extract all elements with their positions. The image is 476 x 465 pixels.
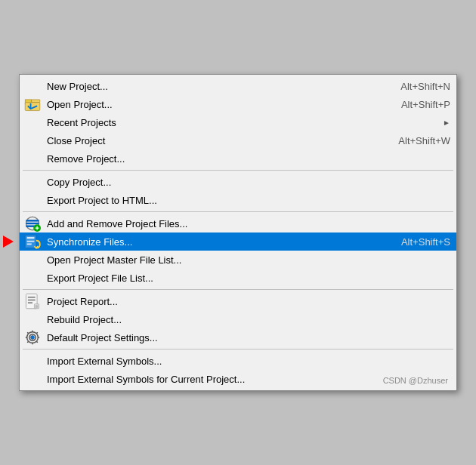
menu-item-close-project[interactable]: Close Project Alt+Shift+W <box>20 131 456 149</box>
pointer-arrow <box>3 236 14 248</box>
svg-rect-1 <box>25 103 40 111</box>
menu-item-label: Export Project File List... <box>47 273 450 284</box>
context-menu: New Project... Alt+Shift+N Open Project.… <box>19 74 457 391</box>
menu-item-copy-project[interactable]: Copy Project... <box>20 173 456 191</box>
menu-item-label: Default Project Settings... <box>47 332 450 343</box>
menu-item-label: Rebuild Project... <box>47 314 450 325</box>
add-remove-icon <box>24 215 41 232</box>
svg-rect-6 <box>26 223 39 224</box>
svg-rect-14 <box>27 243 32 245</box>
menu-item-label: New Project... <box>47 81 370 92</box>
svg-rect-21 <box>36 306 39 307</box>
menu-item-label: Project Report... <box>47 296 450 307</box>
menu-item-label: Add and Remove Project Files... <box>47 218 450 229</box>
chevron-right-icon: ► <box>443 119 450 127</box>
menu-item-label: Open Project... <box>47 99 371 110</box>
svg-rect-13 <box>27 241 35 242</box>
menu-item-import-external[interactable]: Import External Symbols... <box>20 352 456 370</box>
menu-item-default-settings[interactable]: Default Project Settings... <box>20 328 456 346</box>
menu-item-remove-project[interactable]: Remove Project... <box>20 149 456 168</box>
svg-rect-20 <box>36 306 39 306</box>
menu-item-shortcut: Alt+Shift+N <box>400 81 450 92</box>
svg-rect-19 <box>34 304 39 309</box>
menu-item-label: Remove Project... <box>47 153 450 165</box>
divider-2 <box>23 211 453 212</box>
svg-rect-10 <box>37 226 38 230</box>
menu-item-label: Close Project <box>47 135 368 146</box>
menu-item-label: Open Project Master File List... <box>47 254 450 266</box>
divider-4 <box>23 349 453 350</box>
menu-item-recent-projects[interactable]: Recent Projects ► <box>20 113 456 131</box>
settings-icon <box>24 329 41 346</box>
menu-item-new-project[interactable]: New Project... Alt+Shift+N <box>20 77 456 95</box>
open-project-icon <box>24 96 41 112</box>
menu-item-open-project[interactable]: Open Project... Alt+Shift+P <box>20 95 456 113</box>
divider-3 <box>23 289 453 290</box>
watermark: CSDN @Dzhuser <box>383 376 448 385</box>
menu-item-label: Import External Symbols... <box>47 356 450 367</box>
svg-rect-18 <box>28 302 32 303</box>
divider-1 <box>23 170 453 171</box>
svg-rect-12 <box>27 237 35 239</box>
svg-rect-5 <box>26 220 39 221</box>
menu-item-label: Recent Projects <box>47 117 435 128</box>
svg-rect-17 <box>28 300 36 301</box>
svg-rect-2 <box>32 100 40 103</box>
menu-item-rebuild-project[interactable]: Rebuild Project... <box>20 310 456 328</box>
menu-item-shortcut: Alt+Shift+W <box>398 135 450 146</box>
menu-item-shortcut: Alt+Shift+P <box>401 99 450 110</box>
svg-rect-16 <box>28 297 36 298</box>
menu-item-synchronize-files[interactable]: Synchronize Files... Alt+Shift+S <box>20 232 456 251</box>
svg-point-24 <box>31 336 35 340</box>
menu-item-label: Synchronize Files... <box>47 236 371 248</box>
menu-item-export-file-list[interactable]: Export Project File List... <box>20 269 456 287</box>
menu-item-add-remove-files[interactable]: Add and Remove Project Files... <box>20 214 456 232</box>
menu-item-open-master-list[interactable]: Open Project Master File List... <box>20 251 456 269</box>
menu-item-project-report[interactable]: Project Report... <box>20 292 456 310</box>
report-icon <box>24 293 41 309</box>
sync-icon <box>24 233 41 250</box>
menu-item-label: Export Project to HTML... <box>47 195 450 206</box>
menu-item-label: Copy Project... <box>47 177 450 188</box>
menu-item-shortcut: Alt+Shift+S <box>401 236 450 248</box>
menu-item-export-html[interactable]: Export Project to HTML... <box>20 191 456 209</box>
